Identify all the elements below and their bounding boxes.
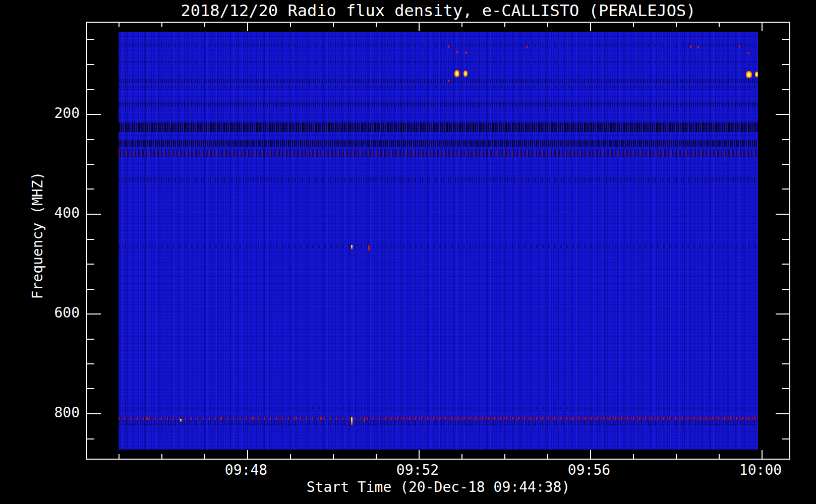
y-axis-title: Frequency (MHZ) xyxy=(29,172,46,299)
axis-tick xyxy=(504,23,505,27)
axis-tick xyxy=(762,450,763,459)
axis-tick xyxy=(87,388,94,389)
axis-tick xyxy=(247,23,248,31)
axis-tick xyxy=(676,454,677,459)
plot-area xyxy=(86,22,790,460)
x-tick-label: 09:52 xyxy=(377,462,458,478)
axis-tick xyxy=(87,139,94,140)
axis-tick xyxy=(782,89,789,90)
y-tick-label: 600 xyxy=(44,304,80,321)
rfi-dot xyxy=(276,417,277,420)
axis-tick xyxy=(376,454,377,459)
interference-band xyxy=(119,420,758,426)
rfi-dot xyxy=(220,417,222,419)
axis-tick xyxy=(419,450,420,459)
axis-tick xyxy=(290,454,291,459)
axis-tick xyxy=(419,23,420,31)
burst-marker xyxy=(746,71,752,78)
chart-title: 2018/12/20 Radio flux density, e-CALLIST… xyxy=(86,1,790,20)
axis-tick xyxy=(633,23,634,27)
x-axis-title: Start Time (20-Dec-18 09:44:38) xyxy=(86,479,790,495)
axis-tick xyxy=(782,388,789,389)
burst-marker xyxy=(351,245,353,249)
axis-tick xyxy=(87,89,94,90)
rfi-dot xyxy=(296,417,297,419)
interference-band xyxy=(119,122,758,132)
axis-tick xyxy=(719,23,720,27)
axis-tick xyxy=(782,188,789,190)
axis-tick xyxy=(119,454,120,459)
axis-tick xyxy=(547,454,548,459)
axis-tick xyxy=(87,39,94,40)
axis-tick xyxy=(633,454,634,459)
interference-band xyxy=(119,245,758,248)
axis-tick xyxy=(119,23,120,27)
rfi-dot xyxy=(456,51,458,53)
axis-tick xyxy=(87,313,101,314)
interference-band xyxy=(119,44,758,47)
rfi-dot xyxy=(146,417,148,420)
interference-band xyxy=(119,177,758,182)
axis-tick xyxy=(676,23,677,27)
rfi-dot xyxy=(697,46,699,48)
rfi-dot xyxy=(748,52,749,54)
axis-tick xyxy=(504,454,505,459)
x-tick-label: 09:48 xyxy=(206,462,286,478)
axis-tick xyxy=(590,23,591,31)
axis-tick xyxy=(776,214,789,215)
burst-marker xyxy=(180,419,182,422)
spectrogram-figure: 2018/12/20 Radio flux density, e-CALLIST… xyxy=(0,0,816,504)
axis-tick xyxy=(161,454,162,459)
axis-tick xyxy=(333,454,334,459)
rfi-dot xyxy=(465,51,467,54)
axis-tick xyxy=(290,23,291,27)
axis-tick xyxy=(776,413,789,414)
interference-band xyxy=(119,407,758,409)
rfi-dot xyxy=(252,417,254,419)
burst-marker xyxy=(368,245,370,250)
axis-tick xyxy=(87,289,94,290)
axis-tick xyxy=(87,114,101,115)
burst-marker xyxy=(454,70,459,77)
x-tick-label: 10:00 xyxy=(720,462,801,478)
axis-tick xyxy=(782,139,789,140)
axis-tick xyxy=(782,438,789,439)
rfi-dot xyxy=(690,45,691,48)
axis-tick xyxy=(87,214,101,215)
axis-tick xyxy=(87,363,94,364)
interference-band xyxy=(119,140,758,147)
axis-tick xyxy=(87,438,94,439)
axis-tick xyxy=(782,363,789,364)
axis-tick xyxy=(87,239,94,240)
axis-tick xyxy=(776,114,789,115)
axis-tick xyxy=(87,264,94,265)
axis-tick xyxy=(161,23,162,27)
axis-tick xyxy=(782,239,789,240)
interference-band xyxy=(119,150,758,157)
interference-band xyxy=(119,61,758,63)
y-tick-label: 200 xyxy=(44,105,80,121)
axis-tick xyxy=(782,339,789,340)
axis-tick xyxy=(782,39,789,40)
rfi-dot xyxy=(526,46,528,48)
axis-tick xyxy=(782,289,789,290)
rfi-dot xyxy=(739,45,740,48)
interference-band xyxy=(119,79,758,83)
axis-tick xyxy=(782,264,789,265)
axis-tick xyxy=(776,313,789,314)
axis-tick xyxy=(547,23,548,27)
burst-marker xyxy=(755,72,758,77)
axis-tick xyxy=(333,23,334,27)
axis-tick xyxy=(461,23,462,27)
x-tick-label: 09:56 xyxy=(549,462,629,478)
axis-tick xyxy=(87,413,101,414)
axis-tick xyxy=(782,164,789,165)
interference-band xyxy=(119,102,758,107)
burst-marker xyxy=(463,71,468,77)
axis-tick xyxy=(762,23,763,31)
axis-tick xyxy=(247,450,248,459)
burst-marker xyxy=(351,417,353,425)
axis-tick xyxy=(87,164,94,165)
axis-tick xyxy=(376,23,377,27)
axis-tick xyxy=(87,339,94,340)
